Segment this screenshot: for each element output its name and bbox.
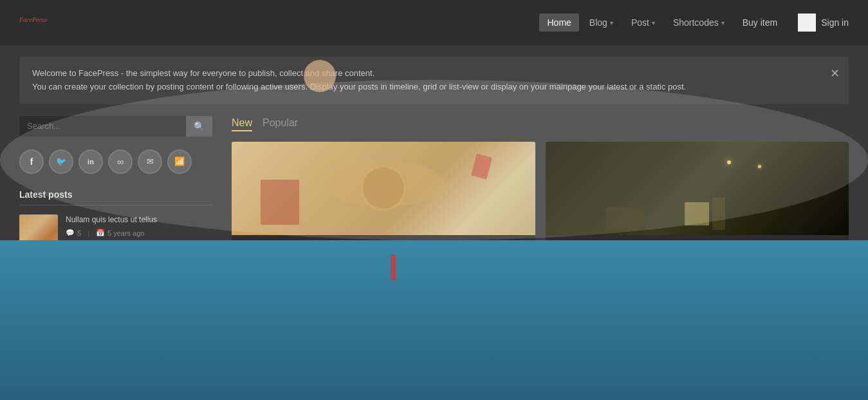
nav-post[interactable]: Post ▾ — [623, 14, 663, 32]
close-icon[interactable]: ✕ — [830, 64, 840, 83]
comment-count: 💬 5 — [66, 229, 81, 237]
nav-shortcodes[interactable]: Shortcodes ▾ — [665, 14, 732, 32]
logo[interactable]: FacePress• — [19, 12, 48, 33]
logo-dot: • — [46, 17, 48, 23]
main-layout: 🔍 f 🐦 in ∞ ✉ 📶 Latest posts — [0, 116, 868, 369]
nav: Home Blog ▾ Post ▾ Shortcodes ▾ Buy item — [539, 14, 785, 32]
post-date: 📅 5 years ago — [96, 229, 144, 237]
grid-image — [232, 265, 535, 359]
calendar-icon: 📅 — [96, 229, 105, 237]
nav-blog[interactable]: Blog ▾ — [582, 14, 621, 32]
nav-home[interactable]: Home — [539, 14, 578, 32]
sign-in-button[interactable]: Sign in — [821, 17, 849, 28]
post-meta: 💬 5 | 📅 5 years ago — [66, 229, 212, 237]
chevron-down-icon: ▾ — [610, 19, 613, 26]
content-area: New Popular 5 years ago ♥ 414 — [232, 116, 849, 369]
comment-icon: 💬 — [66, 229, 75, 237]
banner-line1: Welcome to FacePress - the simplest way … — [32, 67, 836, 81]
chevron-down-icon: ▾ — [721, 19, 725, 26]
content-grid: 5 years ago ♥ 414 5 years ago — [232, 142, 849, 369]
grid-item[interactable] — [232, 265, 535, 369]
nav-buy-item[interactable]: Buy item — [735, 14, 785, 32]
chevron-down-icon: ▾ — [652, 19, 655, 26]
sign-in-area: Sign in — [798, 14, 849, 32]
header: FacePress• Home Blog ▾ Post ▾ Shortcodes… — [0, 0, 868, 45]
user-avatar-box — [798, 14, 816, 32]
